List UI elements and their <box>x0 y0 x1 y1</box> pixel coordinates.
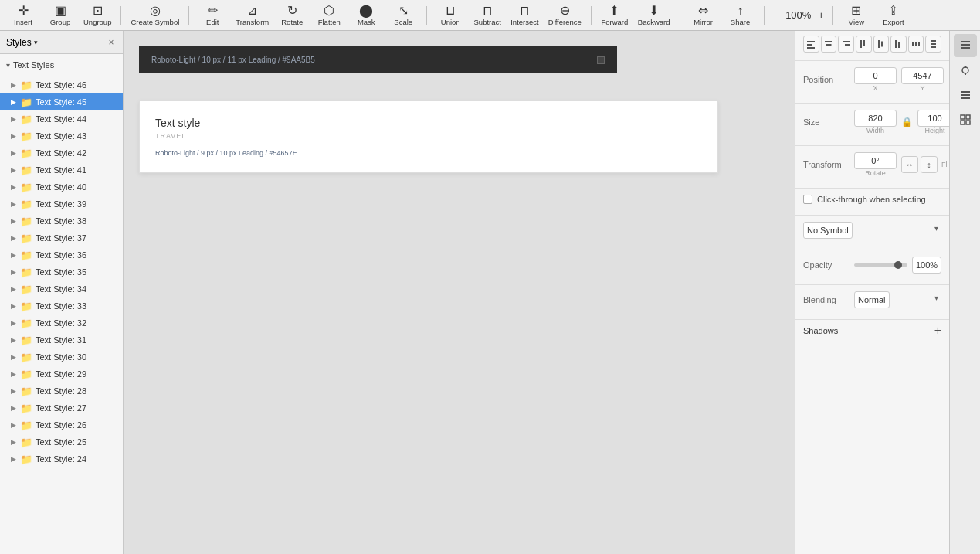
layer-item[interactable]: ▶ 📁 Text Style: 42 <box>0 144 123 161</box>
add-shadow-button[interactable]: + <box>934 325 941 337</box>
opacity-slider[interactable] <box>854 263 907 267</box>
layer-chevron-icon: ▶ <box>11 166 16 174</box>
resize-handle[interactable] <box>597 56 605 64</box>
grid-button[interactable] <box>954 108 977 131</box>
layer-item[interactable]: ▶ 📁 Text Style: 35 <box>0 263 123 280</box>
canvas-area[interactable]: Roboto-Light / 10 px / 11 px Leading / #… <box>124 31 795 554</box>
align-row <box>803 36 941 53</box>
layer-name: Text Style: 29 <box>36 369 86 379</box>
layer-name: Text Style: 32 <box>36 318 86 328</box>
align-center-v-button[interactable] <box>873 36 890 53</box>
export-button[interactable]: ⇪ Export <box>877 2 910 29</box>
mask-button[interactable]: ⬤ Mask <box>349 2 383 29</box>
layer-item[interactable]: ▶ 📁 Text Style: 36 <box>0 246 123 263</box>
view-button[interactable]: ⊞ View <box>839 2 873 29</box>
zoom-plus-button[interactable]: + <box>816 9 826 21</box>
zoom-minus-button[interactable]: − <box>771 9 782 21</box>
union-button[interactable]: ⊔ Union <box>433 2 467 29</box>
rotate-input[interactable] <box>854 152 897 169</box>
distribute-h-button[interactable] <box>908 36 924 53</box>
opacity-input[interactable] <box>912 257 941 274</box>
link-button[interactable] <box>954 59 977 82</box>
layer-item[interactable]: ▶ 📁 Text Style: 25 <box>0 433 123 450</box>
mirror-button[interactable]: ⇔ Mirror <box>687 2 721 29</box>
group-button[interactable]: ▣ Group <box>43 2 77 29</box>
width-input[interactable] <box>854 110 897 127</box>
separator-6 <box>764 6 765 25</box>
layer-item[interactable]: ▶ 📁 Text Style: 37 <box>0 229 123 246</box>
canvas-dark-item: Roboto-Light / 10 px / 11 px Leading / #… <box>139 46 617 73</box>
layer-chevron-icon: ▶ <box>11 234 16 242</box>
create-symbol-button[interactable]: ◎ Create Symbol <box>127 2 182 29</box>
edit-button[interactable]: ✏ Edit <box>195 2 229 29</box>
ungroup-button[interactable]: ⊡ Ungroup <box>80 2 114 29</box>
layer-item[interactable]: ▶ 📁 Text Style: 39 <box>0 195 123 212</box>
click-through-checkbox[interactable] <box>803 195 812 204</box>
layer-chevron-icon: ▶ <box>11 387 16 395</box>
opacity-thumb[interactable] <box>894 261 902 269</box>
layer-item[interactable]: ▶ 📁 Text Style: 29 <box>0 365 123 382</box>
scale-button[interactable]: ⤡ Scale <box>386 2 420 29</box>
layer-item[interactable]: ▶ 📁 Text Style: 27 <box>0 399 123 416</box>
align-right-button[interactable] <box>838 36 854 53</box>
scale-label: Scale <box>394 18 412 26</box>
layer-item[interactable]: ▶ 📁 Text Style: 32 <box>0 314 123 331</box>
transform-button[interactable]: ⊿ Transform <box>232 2 272 29</box>
position-y-input[interactable] <box>901 67 944 84</box>
intersect-button[interactable]: ⊓ Intersect <box>507 2 541 29</box>
insert-icon: ✛ <box>19 5 29 17</box>
folder-icon: 📁 <box>20 165 32 176</box>
flatten-button[interactable]: ⬡ Flatten <box>312 2 346 29</box>
layer-item[interactable]: ▶ 📁 Text Style: 46 <box>0 76 123 93</box>
share-button[interactable]: ↑ Share <box>724 2 758 29</box>
height-label: Height <box>924 127 944 134</box>
align-top-button[interactable] <box>856 36 872 53</box>
view-icon: ⊞ <box>851 5 861 17</box>
styles-dropdown[interactable]: Styles ▾ <box>6 37 38 48</box>
difference-button[interactable]: ⊖ Difference <box>545 2 585 29</box>
backward-button[interactable]: ⬇ Backward <box>635 2 673 29</box>
layer-item[interactable]: ▶ 📁 Text Style: 34 <box>0 280 123 297</box>
layer-chevron-icon: ▶ <box>11 217 16 225</box>
layer-item[interactable]: ▶ 📁 Text Style: 24 <box>0 450 123 467</box>
text-styles-group-header[interactable]: ▾ Text Styles <box>0 57 123 73</box>
layer-item[interactable]: ▶ 📁 Text Style: 28 <box>0 382 123 399</box>
layers-panel-button[interactable] <box>954 83 977 107</box>
layer-item[interactable]: ▶ 📁 Text Style: 30 <box>0 348 123 365</box>
edit-label: Edit <box>206 18 219 26</box>
align-center-h-button[interactable] <box>821 36 837 53</box>
layer-item[interactable]: ▶ 📁 Text Style: 44 <box>0 110 123 127</box>
rotate-button[interactable]: ↻ Rotate <box>275 2 309 29</box>
layer-item[interactable]: ▶ 📁 Text Style: 26 <box>0 416 123 433</box>
height-input[interactable] <box>917 110 949 127</box>
flip-h-button[interactable]: ↔ <box>901 156 918 173</box>
layer-item[interactable]: ▶ 📁 Text Style: 33 <box>0 297 123 314</box>
x-label: X <box>873 84 877 92</box>
layer-item[interactable]: ▶ 📁 Text Style: 31 <box>0 331 123 348</box>
lock-proportions-icon[interactable]: 🔒 <box>901 117 913 127</box>
svg-rect-27 <box>961 97 970 99</box>
position-label: Position <box>803 75 849 84</box>
folder-icon: 📁 <box>20 284 32 295</box>
inspector-button[interactable] <box>954 34 977 57</box>
flip-v-button[interactable]: ↕ <box>921 156 938 173</box>
zoom-level-display[interactable]: 100% <box>782 2 814 29</box>
folder-icon: 📁 <box>20 182 32 193</box>
symbol-select[interactable]: No Symbol <box>803 222 853 239</box>
forward-button[interactable]: ⬆ Forward <box>598 2 632 29</box>
layer-item[interactable]: ▶ 📁 Text Style: 41 <box>0 161 123 178</box>
layer-item[interactable]: ▶ 📁 Text Style: 38 <box>0 212 123 229</box>
distribute-v-button[interactable] <box>925 36 941 53</box>
blending-select[interactable]: Normal <box>854 291 890 308</box>
subtract-button[interactable]: ⊓ Subtract <box>470 2 504 29</box>
layer-item[interactable]: ▶ 📁 Text Style: 40 <box>0 178 123 195</box>
panel-close-button[interactable]: × <box>106 37 117 48</box>
left-panel-header: Styles ▾ × <box>0 31 123 54</box>
layer-item[interactable]: ▶ 📁 Text Style: 43 <box>0 127 123 144</box>
align-left-button[interactable] <box>803 36 819 53</box>
position-x-input[interactable] <box>854 67 897 84</box>
svg-rect-3 <box>825 41 832 42</box>
align-bottom-button[interactable] <box>890 36 907 53</box>
insert-button[interactable]: ✛ Insert <box>6 2 40 29</box>
layer-item[interactable]: ▶ 📁 Text Style: 45 <box>0 93 123 110</box>
